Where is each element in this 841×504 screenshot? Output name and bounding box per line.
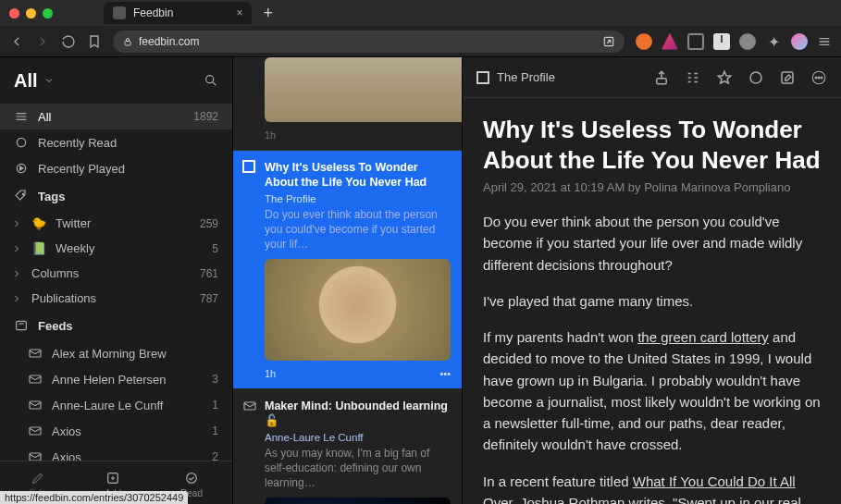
browser-tab[interactable]: Feedbin ×: [104, 2, 252, 24]
chevron-right-icon: [11, 268, 22, 279]
window-close-button[interactable]: [9, 8, 19, 18]
article-link[interactable]: the green card lottery: [637, 329, 769, 345]
entry-source: Anne-Laure Le Cunff: [265, 432, 451, 443]
list-icon: [14, 109, 29, 124]
ext-icon[interactable]: [636, 33, 652, 50]
mail-icon: [28, 346, 43, 361]
svg-point-19: [815, 77, 817, 79]
entry-time: 1h: [265, 368, 276, 379]
entry-title: Why It's Useless To Wonder About the Lif…: [265, 160, 451, 191]
mail-icon: [242, 399, 257, 416]
ext-icon[interactable]: I: [713, 33, 730, 50]
new-tab-button[interactable]: +: [263, 4, 273, 23]
chevron-down-icon: [43, 75, 55, 86]
svg-point-16: [750, 72, 761, 83]
article-toolbar: The Profile: [463, 57, 841, 98]
ext-icon[interactable]: [687, 33, 704, 50]
url-text: feedbin.com: [139, 35, 199, 48]
mail-icon: [28, 449, 43, 461]
mail-icon: [28, 372, 43, 387]
edit-icon[interactable]: [779, 69, 796, 86]
lock-icon: [122, 36, 133, 47]
sidebar-feed-item[interactable]: Axios 2: [0, 444, 232, 461]
sidebar-tag-columns[interactable]: Columns 761: [0, 261, 232, 286]
article-meta: April 29, 2021 at 10:19 AM by Polina Mar…: [483, 180, 821, 194]
entry-item-selected[interactable]: Why It's Useless To Wonder About the Lif…: [233, 151, 462, 389]
sidebar-item-recently-read[interactable]: Recently Read: [0, 129, 232, 155]
article-title: Why It's Useless To Wonder About the Lif…: [483, 115, 821, 175]
sidebar-item-all[interactable]: All 1892: [0, 104, 232, 129]
sidebar-tag-weekly[interactable]: 📗 Weekly 5: [0, 236, 232, 261]
svg-point-20: [818, 77, 820, 79]
article-source[interactable]: The Profile: [476, 70, 555, 84]
entry-summary: As you may know, I'm a big fan of self-e…: [265, 446, 451, 491]
bookmark-icon[interactable]: [87, 34, 102, 49]
browser-tab-bar: Feedbin × +: [0, 0, 841, 26]
svg-point-2: [206, 76, 214, 83]
entry-thumbnail: [265, 57, 463, 122]
entry-more-icon[interactable]: •••: [439, 368, 451, 379]
menu-icon[interactable]: [817, 34, 832, 49]
mail-icon: [28, 424, 43, 438]
svg-point-3: [17, 138, 25, 146]
check-circle-icon: [184, 471, 199, 486]
chevron-right-icon: [11, 243, 22, 254]
chevron-right-icon: [11, 293, 22, 304]
entry-item[interactable]: 1h: [233, 57, 462, 151]
sidebar-feed-item[interactable]: Alex at Morning Brew: [0, 340, 232, 366]
forward-icon: [35, 34, 50, 49]
sidebar-section-tags: Tags: [0, 181, 232, 211]
status-link-preview: https://feedbin.com/entries/3070252449: [0, 491, 188, 504]
article-paragraph: In a recent feature titled What If You C…: [483, 471, 821, 505]
sidebar-feed-item[interactable]: Anne Helen Petersen 3: [0, 366, 232, 392]
sidebar-feed-item[interactable]: Anne-Laure Le Cunff 1: [0, 392, 232, 418]
star-icon[interactable]: [716, 69, 733, 86]
chevron-right-icon: [11, 218, 22, 229]
entry-title: Maker Mind: Unbounded learning 🔓: [265, 399, 451, 429]
tab-close-icon[interactable]: ×: [236, 6, 242, 19]
sidebar-tag-twitter[interactable]: 🐤 Twitter 259: [0, 211, 232, 236]
entry-item[interactable]: Maker Mind: Unbounded learning 🔓 Anne-La…: [233, 389, 462, 504]
article-paragraph: Do you ever think about the person you c…: [483, 211, 821, 276]
entry-source: The Profile: [265, 193, 451, 204]
sidebar-item-recently-played[interactable]: Recently Played: [0, 155, 232, 181]
entry-list[interactable]: 1h Why It's Useless To Wonder About the …: [233, 57, 463, 504]
article-body: Why It's Useless To Wonder About the Lif…: [463, 98, 841, 504]
more-icon[interactable]: [810, 69, 827, 86]
reload-icon[interactable]: [61, 34, 76, 49]
sidebar-tag-publications[interactable]: Publications 787: [0, 286, 232, 311]
sidebar-section-feeds: Feeds: [0, 311, 232, 340]
ext-icon[interactable]: [662, 33, 678, 50]
circle-icon[interactable]: [748, 69, 764, 86]
play-circle-icon: [14, 161, 29, 176]
profile-icon[interactable]: [791, 33, 808, 50]
share-icon[interactable]: [653, 69, 670, 86]
mail-icon: [28, 398, 43, 412]
tab-favicon: [113, 6, 126, 19]
plus-square-icon: [105, 471, 120, 486]
window-max-button[interactable]: [43, 8, 53, 18]
article-paragraph: I've played that game many times.: [483, 290, 821, 312]
svg-rect-0: [125, 41, 130, 45]
svg-rect-15: [657, 78, 667, 83]
article-paragraph: If my parents hadn't won the green card …: [483, 326, 821, 456]
back-icon[interactable]: [9, 34, 24, 49]
circle-icon: [14, 135, 29, 150]
search-icon[interactable]: [204, 73, 218, 88]
sidebar-title[interactable]: All: [14, 70, 55, 92]
settings-columns-icon[interactable]: [685, 69, 701, 86]
unread-indicator-icon: [242, 160, 255, 176]
svg-point-13: [187, 473, 197, 484]
ext-icon[interactable]: [739, 33, 756, 50]
window-min-button[interactable]: [26, 8, 36, 18]
svg-point-21: [821, 77, 822, 79]
url-bar[interactable]: feedbin.com: [113, 31, 625, 53]
sidebar: All All 1892 Recently Read Recently Play…: [0, 57, 233, 504]
puzzle-icon[interactable]: ✦: [765, 33, 782, 50]
sidebar-list: All 1892 Recently Read Recently Played T…: [0, 104, 232, 461]
extension-icons: I ✦: [636, 33, 832, 50]
tag-icon: [14, 189, 29, 203]
sidebar-feed-item[interactable]: Axios 1: [0, 418, 232, 444]
sidebar-header: All: [0, 57, 232, 104]
popup-icon[interactable]: [602, 35, 615, 48]
